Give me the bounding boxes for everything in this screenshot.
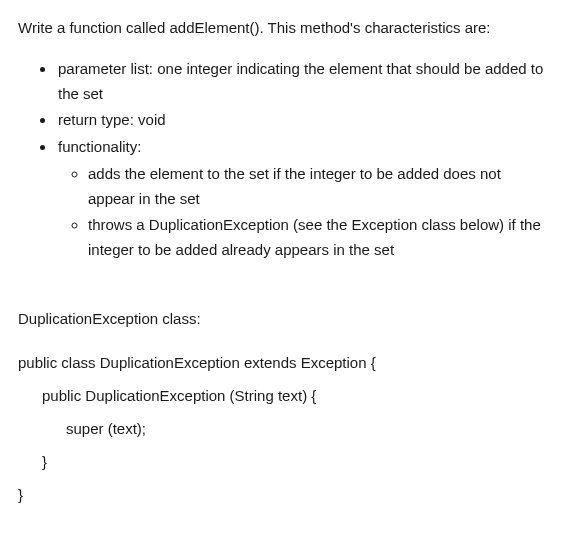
- functionality-label: functionality:: [58, 138, 141, 155]
- code-line: super (text);: [18, 412, 551, 445]
- code-line: }: [18, 478, 551, 511]
- code-line: }: [18, 445, 551, 478]
- list-item: parameter list: one integer indicating t…: [56, 57, 551, 107]
- intro-paragraph: Write a function called addElement(). Th…: [18, 16, 551, 41]
- code-block: public class DuplicationException extend…: [18, 346, 551, 511]
- functionality-sublist: adds the element to the set if the integ…: [58, 162, 551, 263]
- list-item: functionality: adds the element to the s…: [56, 135, 551, 263]
- code-line: public class DuplicationException extend…: [18, 346, 551, 379]
- class-label: DuplicationException class:: [18, 307, 551, 332]
- code-line: public DuplicationException (String text…: [18, 379, 551, 412]
- characteristics-list: parameter list: one integer indicating t…: [18, 57, 551, 263]
- list-item: adds the element to the set if the integ…: [88, 162, 551, 212]
- list-item: throws a DuplicationException (see the E…: [88, 213, 551, 263]
- list-item: return type: void: [56, 108, 551, 133]
